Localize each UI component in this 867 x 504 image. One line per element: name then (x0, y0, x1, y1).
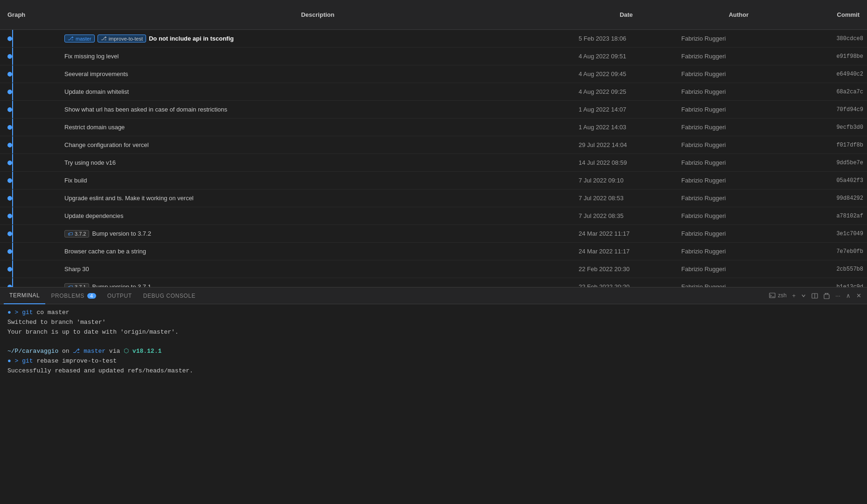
term-cmd-git: git (22, 357, 33, 364)
improve-branch-badge[interactable]: ⎇ improve-to-test (98, 35, 146, 42)
date-col: 1 Aug 2022 14:07 (575, 106, 678, 113)
graph-line (12, 136, 13, 154)
graph-line (12, 225, 13, 242)
commit-description: Sharp 30 (64, 266, 89, 273)
description-column-header[interactable]: Description (61, 0, 575, 29)
date-col: 1 Aug 2022 14:03 (575, 124, 678, 131)
term-cmd-git: git (22, 309, 33, 316)
table-row[interactable]: Change configuration for vercel29 Jul 20… (0, 136, 867, 154)
graph-line (12, 119, 13, 136)
table-row[interactable]: Fix missing log level4 Aug 2022 09:51Fab… (0, 48, 867, 65)
table-row[interactable]: 🏷 3.7.1Bump version to 3.7.122 Feb 2022 … (0, 278, 867, 287)
graph-line (12, 83, 13, 100)
split-terminal-button[interactable] (810, 291, 820, 301)
terminal-line: Switched to branch 'master' (7, 318, 860, 328)
table-row[interactable]: Upgrade eslint and ts. Make it working o… (0, 189, 867, 207)
graph-col (0, 189, 61, 207)
graph-dot (7, 267, 12, 272)
graph-dot (7, 36, 12, 41)
graph-col (0, 243, 61, 260)
kill-terminal-button[interactable] (822, 291, 832, 301)
author-col: Fabrizio Ruggeri (678, 230, 800, 237)
graph-line (12, 189, 13, 207)
graph-line (12, 101, 13, 118)
master-branch-badge[interactable]: ⎇ master (64, 35, 95, 42)
terminal-line: ● > git co master (7, 308, 860, 318)
table-row[interactable]: Browser cache can be a string24 Mar 2022… (0, 243, 867, 260)
table-row[interactable]: Try using node v1614 Jul 2022 08:59Fabri… (0, 154, 867, 172)
table-row[interactable]: Seeveral improvements4 Aug 2022 09:45Fab… (0, 65, 867, 83)
table-row[interactable]: Fix build7 Jul 2022 09:10Fabrizio Rugger… (0, 172, 867, 189)
table-row[interactable]: Sharp 3022 Feb 2022 20:30Fabrizio Rugger… (0, 260, 867, 278)
author-col: Fabrizio Ruggeri (678, 212, 800, 219)
graph-line (12, 260, 13, 278)
description-col: Try using node v16 (61, 159, 575, 166)
tab-terminal[interactable]: TERMINAL (4, 287, 45, 304)
terminal-dropdown-button[interactable] (799, 292, 808, 300)
graph-dot (7, 196, 12, 201)
graph-column-header[interactable]: Graph (0, 0, 61, 29)
graph-col (0, 101, 61, 118)
date-col: 7 Jul 2022 08:35 (575, 212, 678, 219)
author-col: Fabrizio Ruggeri (678, 195, 800, 202)
author-col: Fabrizio Ruggeri (678, 124, 800, 131)
graph-dot (7, 125, 12, 130)
table-row[interactable]: ⎇ master⎇ improve-to-testDo not include … (0, 30, 867, 48)
graph-line (12, 154, 13, 171)
terminal-up-button[interactable]: ∧ (844, 290, 853, 301)
terminal-tab-bar: TERMINAL PROBLEMS 4 OUTPUT DEBUG CONSOLE… (0, 287, 867, 304)
graph-col (0, 278, 61, 287)
author-column-header[interactable]: Author (678, 0, 800, 29)
git-log-table: ⎇ master⎇ improve-to-testDo not include … (0, 30, 867, 287)
tab-problems[interactable]: PROBLEMS 4 (45, 287, 101, 304)
branch-icon: ⎇ (101, 35, 107, 42)
more-terminal-button[interactable]: ··· (833, 290, 842, 301)
commit-description: Browser cache can be a string (64, 248, 146, 255)
commit-description: Update dependencies (64, 212, 124, 219)
description-col: Update dependencies (61, 212, 575, 219)
graph-line (12, 30, 13, 47)
graph-dot (7, 249, 12, 254)
graph-col (0, 119, 61, 136)
tag-badge[interactable]: 🏷 3.7.1 (64, 283, 89, 287)
commit-hash-col: e64940c2 (800, 71, 867, 77)
graph-col (0, 225, 61, 242)
tag-icon: 🏷 (68, 284, 73, 287)
date-col: 4 Aug 2022 09:25 (575, 88, 678, 95)
graph-col (0, 260, 61, 278)
table-row[interactable]: Restrict domain usage1 Aug 2022 14:03Fab… (0, 119, 867, 136)
commit-column-header[interactable]: Commit (800, 0, 867, 29)
graph-dot (7, 143, 12, 147)
terminal-content[interactable]: ● > git co masterSwitched to branch 'mas… (0, 304, 867, 504)
term-output-text: Your branch is up to date with 'origin/m… (7, 329, 179, 336)
branch-icon: ⎇ (68, 35, 74, 42)
git-log-header: Graph Description Date Author Commit (0, 0, 867, 30)
tag-badge[interactable]: 🏷 3.7.2 (64, 230, 89, 238)
term-dot: ● (7, 309, 15, 316)
term-on: on (58, 348, 73, 355)
author-col: Fabrizio Ruggeri (678, 88, 800, 95)
table-row[interactable]: Update domain whitelist4 Aug 2022 09:25F… (0, 83, 867, 101)
graph-line (12, 48, 13, 65)
graph-col (0, 154, 61, 171)
terminal-panel: TERMINAL PROBLEMS 4 OUTPUT DEBUG CONSOLE… (0, 287, 867, 504)
date-col: 29 Jul 2022 14:04 (575, 141, 678, 148)
author-col: Fabrizio Ruggeri (678, 35, 800, 42)
graph-col (0, 207, 61, 224)
table-row[interactable]: Show what url has been asked in case of … (0, 101, 867, 119)
tab-output[interactable]: OUTPUT (102, 287, 138, 304)
term-success-text: Successfully rebased and updated refs/he… (7, 367, 193, 374)
commit-description: Fix missing log level (64, 53, 119, 60)
commit-description: Try using node v16 (64, 159, 116, 166)
date-col: 22 Feb 2022 20:20 (575, 283, 678, 287)
graph-dot (7, 107, 12, 112)
tab-debug-console[interactable]: DEBUG CONSOLE (138, 287, 202, 304)
graph-col (0, 83, 61, 100)
new-terminal-button[interactable]: + (790, 290, 798, 301)
date-col: 5 Feb 2023 18:06 (575, 35, 678, 42)
table-row[interactable]: Update dependencies7 Jul 2022 08:35Fabri… (0, 207, 867, 225)
close-terminal-button[interactable]: ✕ (854, 290, 863, 301)
date-column-header[interactable]: Date (575, 0, 678, 29)
table-row[interactable]: 🏷 3.7.2Bump version to 3.7.224 Mar 2022 … (0, 225, 867, 243)
graph-line (12, 278, 13, 287)
